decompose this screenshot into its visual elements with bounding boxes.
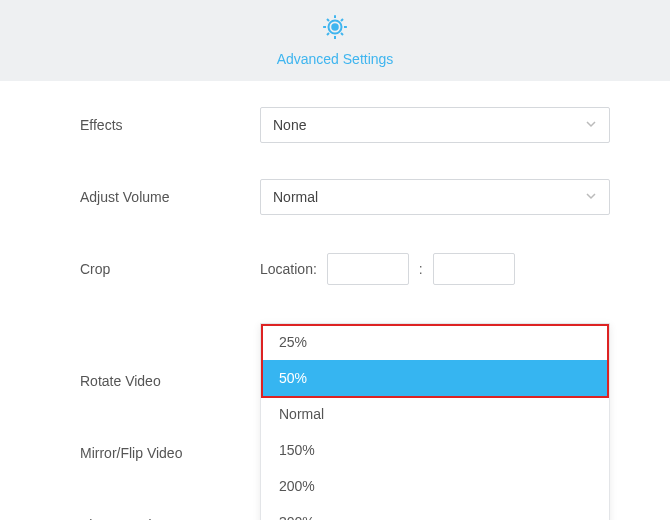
play-speed-option[interactable]: Normal (261, 396, 609, 432)
settings-form: Effects None Adjust Volume Normal Crop (0, 81, 670, 520)
label-rotate-video: Rotate Video (80, 373, 260, 389)
label-effects: Effects (80, 117, 260, 133)
effects-select[interactable]: None (260, 107, 610, 143)
row-effects: Effects None (80, 99, 610, 151)
crop-x-input[interactable] (327, 253, 409, 285)
play-speed-option[interactable]: 50% (261, 360, 609, 396)
adjust-volume-value: Normal (273, 189, 318, 205)
crop-location-label: Location: (260, 261, 317, 277)
play-speed-option[interactable]: 200% (261, 468, 609, 504)
chevron-down-icon (585, 189, 597, 205)
chevron-down-icon (585, 117, 597, 133)
crop-separator: : (419, 261, 423, 277)
label-mirror-flip: Mirror/Flip Video (80, 445, 260, 461)
effects-value: None (273, 117, 306, 133)
label-crop: Crop (80, 261, 260, 277)
crop-y-input[interactable] (433, 253, 515, 285)
row-crop: Crop Location: : (80, 243, 610, 295)
play-speed-option[interactable]: 25% (261, 324, 609, 360)
play-speed-dropdown: 25% 50% Normal 150% 200% 300% 400% (260, 323, 610, 520)
header-bar: Advanced Settings (0, 0, 670, 81)
adjust-volume-select[interactable]: Normal (260, 179, 610, 215)
row-adjust-volume: Adjust Volume Normal (80, 171, 610, 223)
label-adjust-volume: Adjust Volume (80, 189, 260, 205)
header-title: Advanced Settings (0, 51, 670, 67)
play-speed-option[interactable]: 300% (261, 504, 609, 520)
play-speed-option[interactable]: 150% (261, 432, 609, 468)
svg-point-0 (331, 23, 339, 31)
gear-icon (320, 12, 350, 45)
